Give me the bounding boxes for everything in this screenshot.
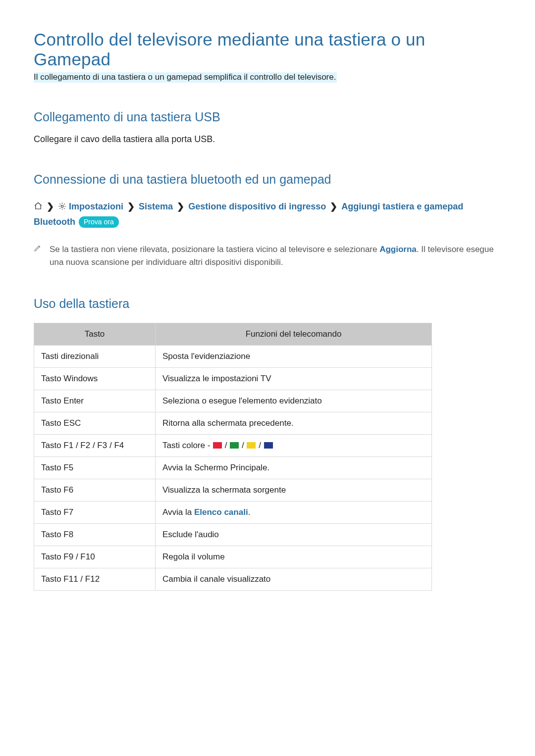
cell-key: Tasto Windows bbox=[34, 368, 156, 390]
cell-func-prefix: Tasti colore - bbox=[162, 441, 213, 450]
breadcrumb: ❯ Impostazioni ❯ Sistema ❯ Gestione disp… bbox=[34, 200, 501, 229]
chevron-right-icon: ❯ bbox=[127, 202, 135, 211]
cell-key: Tasto F9 / F10 bbox=[34, 546, 156, 568]
table-header-key: Tasto bbox=[34, 323, 156, 346]
page-title: Controllo del televisore mediante una ta… bbox=[34, 30, 501, 69]
section-heading-bluetooth: Connessione di una tastiera bluetooth ed… bbox=[34, 172, 501, 187]
cell-func: Tasti colore - / / / bbox=[156, 435, 432, 457]
cell-key: Tasto F8 bbox=[34, 524, 156, 546]
pencil-icon bbox=[34, 243, 50, 269]
cell-key: Tasti direzionali bbox=[34, 346, 156, 368]
cell-func-link[interactable]: Elenco canali bbox=[194, 507, 248, 517]
table-row: Tasto F6 Visualizza la schermata sorgent… bbox=[34, 479, 432, 502]
cell-key: Tasto F6 bbox=[34, 479, 156, 502]
page-subtitle: Il collegamento di una tastiera o un gam… bbox=[34, 72, 337, 83]
color-swatch-blue-icon bbox=[264, 442, 273, 449]
table-row: Tasti direzionali Sposta l'evidenziazion… bbox=[34, 346, 432, 368]
table-header-row: Tasto Funzioni del telecomando bbox=[34, 323, 432, 346]
color-swatch-red-icon bbox=[213, 442, 222, 449]
cell-func: Esclude l'audio bbox=[156, 524, 432, 546]
note-text: Se la tastiera non viene rilevata, posiz… bbox=[50, 243, 501, 269]
breadcrumb-item[interactable]: Sistema bbox=[139, 202, 173, 211]
page-root: Controllo del televisore mediante una ta… bbox=[0, 0, 535, 756]
table-row: Tasto Windows Visualizza le impostazioni… bbox=[34, 368, 432, 390]
section-heading-usb: Collegamento di una tastiera USB bbox=[34, 110, 501, 124]
keyboard-table: Tasto Funzioni del telecomando Tasti dir… bbox=[34, 323, 432, 591]
table-row: Tasto F8 Esclude l'audio bbox=[34, 524, 432, 546]
gear-icon bbox=[58, 201, 66, 215]
color-swatch-yellow-icon bbox=[247, 442, 256, 449]
cell-key: Tasto F7 bbox=[34, 502, 156, 524]
cell-func: Visualizza la schermata sorgente bbox=[156, 479, 432, 502]
table-row: Tasto F5 Avvia la Schermo Principale. bbox=[34, 457, 432, 479]
cell-func: Avvia la Schermo Principale. bbox=[156, 457, 432, 479]
note-highlight: Aggiorna bbox=[379, 245, 417, 254]
cell-func: Cambia il canale visualizzato bbox=[156, 568, 432, 591]
home-icon bbox=[34, 201, 43, 215]
breadcrumb-item[interactable]: Gestione dispositivo di ingresso bbox=[188, 202, 326, 211]
note-pre: Se la tastiera non viene rilevata, posiz… bbox=[50, 245, 379, 254]
cell-func-pre: Avvia la bbox=[162, 507, 194, 517]
table-row: Tasto ESC Ritorna alla schermata precede… bbox=[34, 412, 432, 435]
section-heading-keyboard: Uso della tastiera bbox=[34, 297, 501, 311]
section-usb-body: Collegare il cavo della tastiera alla po… bbox=[34, 134, 501, 145]
cell-key: Tasto Enter bbox=[34, 390, 156, 412]
cell-key: Tasto ESC bbox=[34, 412, 156, 435]
table-row: Tasto F9 / F10 Regola il volume bbox=[34, 546, 432, 568]
table-row: Tasto F11 / F12 Cambia il canale visuali… bbox=[34, 568, 432, 591]
subtitle-wrap: Il collegamento di una tastiera o un gam… bbox=[34, 72, 501, 82]
cell-func: Sposta l'evidenziazione bbox=[156, 346, 432, 368]
note: Se la tastiera non viene rilevata, posiz… bbox=[34, 243, 501, 269]
cell-key: Tasto F1 / F2 / F3 / F4 bbox=[34, 435, 156, 457]
table-row: Tasto Enter Seleziona o esegue l'element… bbox=[34, 390, 432, 412]
chevron-right-icon: ❯ bbox=[177, 202, 184, 211]
chevron-right-icon: ❯ bbox=[330, 202, 337, 211]
cell-key: Tasto F11 / F12 bbox=[34, 568, 156, 591]
cell-func-post: . bbox=[248, 507, 251, 517]
table-row: Tasto F1 / F2 / F3 / F4 Tasti colore - /… bbox=[34, 435, 432, 457]
breadcrumb-item[interactable]: Impostazioni bbox=[69, 202, 123, 211]
chevron-right-icon: ❯ bbox=[47, 202, 54, 211]
table-row: Tasto F7 Avvia la Elenco canali. bbox=[34, 502, 432, 524]
svg-point-0 bbox=[61, 205, 63, 207]
try-now-badge[interactable]: Prova ora bbox=[79, 216, 119, 228]
cell-func: Seleziona o esegue l'elemento evidenziat… bbox=[156, 390, 432, 412]
cell-func: Avvia la Elenco canali. bbox=[156, 502, 432, 524]
color-swatch-green-icon bbox=[230, 442, 239, 449]
cell-func: Visualizza le impostazioni TV bbox=[156, 368, 432, 390]
cell-func: Ritorna alla schermata precedente. bbox=[156, 412, 432, 435]
cell-key: Tasto F5 bbox=[34, 457, 156, 479]
table-header-func: Funzioni del telecomando bbox=[156, 323, 432, 346]
cell-func: Regola il volume bbox=[156, 546, 432, 568]
